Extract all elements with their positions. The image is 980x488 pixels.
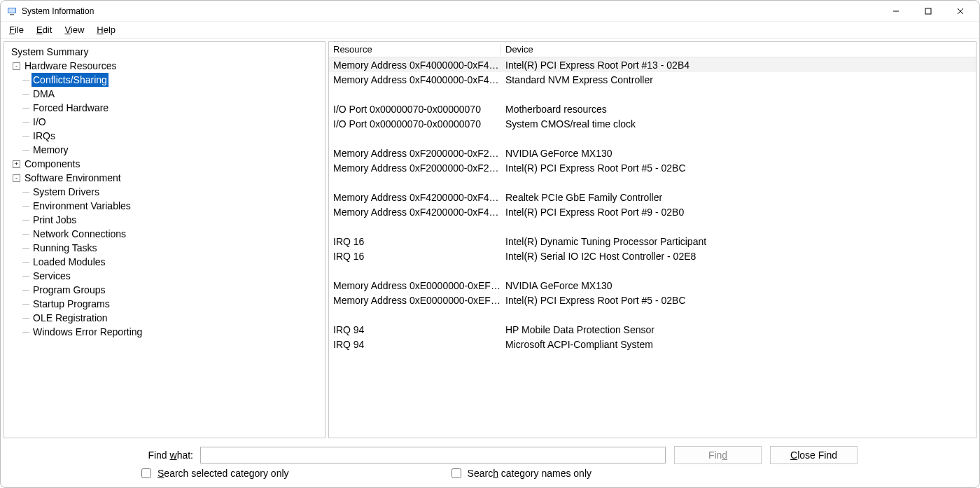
spacer-row bbox=[329, 219, 976, 234]
cell-device: Intel(R) Dynamic Tuning Processor Partic… bbox=[501, 236, 976, 247]
cell-resource: Memory Address 0xF4000000-0xF40FF... bbox=[329, 74, 501, 85]
body: System Summary -Hardware Resources Confl… bbox=[1, 39, 979, 441]
grid-row[interactable]: I/O Port 0x00000070-0x00000070System CMO… bbox=[329, 116, 976, 131]
tree-forced-hardware[interactable]: Forced Hardware bbox=[4, 101, 325, 115]
spacer-row bbox=[329, 131, 976, 146]
tree-windows-error-reporting[interactable]: Windows Error Reporting bbox=[4, 325, 325, 339]
column-resource[interactable]: Resource bbox=[329, 44, 501, 55]
menu-edit[interactable]: Edit bbox=[31, 23, 57, 36]
grid-row[interactable]: Memory Address 0xF4200000-0xF4203...Real… bbox=[329, 190, 976, 204]
tree-network-connections[interactable]: Network Connections bbox=[4, 227, 325, 241]
minimize-button[interactable] bbox=[880, 1, 912, 22]
grid-panel: Resource Device Memory Address 0xF400000… bbox=[328, 41, 976, 438]
cell-device: Standard NVM Express Controller bbox=[501, 74, 976, 85]
tree-program-groups[interactable]: Program Groups bbox=[4, 283, 325, 297]
maximize-button[interactable] bbox=[912, 1, 944, 22]
cell-resource: I/O Port 0x00000070-0x00000070 bbox=[329, 118, 501, 130]
tree-software-environment[interactable]: -Software Environment bbox=[4, 171, 325, 185]
grid-row[interactable]: Memory Address 0xF4000000-0xF40FF...Stan… bbox=[329, 72, 976, 87]
tree-io[interactable]: I/O bbox=[4, 115, 325, 129]
menu-file[interactable]: File bbox=[4, 23, 29, 36]
collapse-icon[interactable]: - bbox=[13, 62, 20, 70]
menu-view[interactable]: View bbox=[59, 23, 90, 36]
cell-resource: Memory Address 0xF4200000-0xF4203... bbox=[329, 207, 501, 218]
grid-row[interactable]: IRQ 16Intel(R) Dynamic Tuning Processor … bbox=[329, 234, 976, 249]
find-input[interactable] bbox=[200, 447, 666, 463]
cell-resource: Memory Address 0xE0000000-0xEFFFF... bbox=[329, 280, 501, 291]
tree-components[interactable]: +Components bbox=[4, 157, 325, 171]
cell-resource: Memory Address 0xF4000000-0xF40FF... bbox=[329, 60, 501, 71]
cell-resource: IRQ 16 bbox=[329, 251, 501, 262]
grid-row[interactable]: IRQ 94HP Mobile Data Protection Sensor bbox=[329, 322, 976, 337]
svg-rect-4 bbox=[925, 8, 931, 14]
menu-help[interactable]: Help bbox=[91, 23, 121, 36]
cell-resource: Memory Address 0xF2000000-0xF2FFF... bbox=[329, 162, 501, 174]
find-button[interactable]: Find bbox=[674, 446, 762, 464]
cell-resource: Memory Address 0xE0000000-0xEFFFF... bbox=[329, 295, 501, 306]
cell-device: Intel(R) PCI Express Root Port #9 - 02B0 bbox=[501, 207, 976, 218]
tree-loaded-modules[interactable]: Loaded Modules bbox=[4, 255, 325, 269]
close-button[interactable] bbox=[944, 1, 976, 22]
tree-ole-registration[interactable]: OLE Registration bbox=[4, 311, 325, 325]
cell-device: Intel(R) PCI Express Root Port #5 - 02BC bbox=[501, 295, 976, 306]
grid-row[interactable]: IRQ 94Microsoft ACPI-Compliant System bbox=[329, 337, 976, 351]
find-what-label: Find what: bbox=[8, 449, 200, 461]
cell-device: System CMOS/real time clock bbox=[501, 118, 976, 130]
find-bar: Find what: Find Close Find Search select… bbox=[1, 441, 979, 487]
cell-resource: Memory Address 0xF4200000-0xF4203... bbox=[329, 192, 501, 203]
cell-device: HP Mobile Data Protection Sensor bbox=[501, 324, 976, 335]
grid-row[interactable]: Memory Address 0xE0000000-0xEFFFF...NVID… bbox=[329, 278, 976, 293]
tree-system-drivers[interactable]: System Drivers bbox=[4, 185, 325, 199]
tree-memory[interactable]: Memory bbox=[4, 143, 325, 157]
cell-device: NVIDIA GeForce MX130 bbox=[501, 148, 976, 159]
grid-body: Memory Address 0xF4000000-0xF40FF...Inte… bbox=[329, 57, 976, 351]
tree-irqs[interactable]: IRQs bbox=[4, 129, 325, 143]
svg-rect-2 bbox=[10, 14, 14, 15]
tree-services[interactable]: Services bbox=[4, 269, 325, 283]
grid-row[interactable]: I/O Port 0x00000070-0x00000070Motherboar… bbox=[329, 102, 976, 116]
collapse-icon[interactable]: - bbox=[13, 174, 20, 182]
grid-header[interactable]: Resource Device bbox=[329, 42, 976, 57]
tree-conflicts-sharing[interactable]: Conflicts/Sharing bbox=[4, 73, 325, 87]
tree[interactable]: System Summary -Hardware Resources Confl… bbox=[4, 45, 325, 339]
cell-resource: IRQ 94 bbox=[329, 324, 501, 335]
grid-row[interactable]: Memory Address 0xF2000000-0xF2FFF...NVID… bbox=[329, 146, 976, 160]
close-find-button[interactable]: Close Find bbox=[770, 446, 858, 464]
window: System Information File Edit View Help S… bbox=[0, 0, 980, 488]
svg-rect-1 bbox=[8, 8, 15, 13]
app-icon bbox=[6, 6, 18, 17]
window-title: System Information bbox=[22, 6, 94, 16]
search-selected-checkbox[interactable]: Search selected category only bbox=[139, 466, 289, 480]
tree-startup-programs[interactable]: Startup Programs bbox=[4, 297, 325, 311]
tree-panel: System Summary -Hardware Resources Confl… bbox=[4, 41, 326, 438]
grid-row[interactable]: Memory Address 0xF2000000-0xF2FFF...Inte… bbox=[329, 160, 976, 175]
cell-device: Realtek PCIe GbE Family Controller bbox=[501, 192, 976, 203]
grid-row[interactable]: Memory Address 0xF4000000-0xF40FF...Inte… bbox=[329, 57, 976, 72]
expand-icon[interactable]: + bbox=[13, 160, 20, 168]
tree-running-tasks[interactable]: Running Tasks bbox=[4, 241, 325, 255]
spacer-row bbox=[329, 175, 976, 190]
tree-print-jobs[interactable]: Print Jobs bbox=[4, 213, 325, 227]
grid: Resource Device Memory Address 0xF400000… bbox=[329, 42, 976, 351]
tree-hardware-resources[interactable]: -Hardware Resources bbox=[4, 59, 325, 73]
tree-environment-variables[interactable]: Environment Variables bbox=[4, 199, 325, 213]
search-names-checkbox[interactable]: Search category names only bbox=[449, 466, 592, 480]
cell-device: Intel(R) Serial IO I2C Host Controller -… bbox=[501, 251, 976, 262]
spacer-row bbox=[329, 307, 976, 322]
cell-device: Intel(R) PCI Express Root Port #5 - 02BC bbox=[501, 162, 976, 174]
spacer-row bbox=[329, 87, 976, 102]
tree-dma[interactable]: DMA bbox=[4, 87, 325, 101]
spacer-row bbox=[329, 263, 976, 278]
menubar: File Edit View Help bbox=[1, 22, 979, 39]
titlebar: System Information bbox=[1, 1, 979, 22]
cell-device: NVIDIA GeForce MX130 bbox=[501, 280, 976, 291]
cell-resource: IRQ 94 bbox=[329, 339, 501, 350]
column-device[interactable]: Device bbox=[501, 44, 976, 55]
tree-system-summary[interactable]: System Summary bbox=[4, 45, 325, 59]
cell-device: Microsoft ACPI-Compliant System bbox=[501, 339, 976, 350]
grid-row[interactable]: Memory Address 0xF4200000-0xF4203...Inte… bbox=[329, 204, 976, 219]
grid-row[interactable]: Memory Address 0xE0000000-0xEFFFF...Inte… bbox=[329, 293, 976, 307]
grid-row[interactable]: IRQ 16Intel(R) Serial IO I2C Host Contro… bbox=[329, 249, 976, 263]
cell-resource: I/O Port 0x00000070-0x00000070 bbox=[329, 104, 501, 115]
cell-resource: Memory Address 0xF2000000-0xF2FFF... bbox=[329, 148, 501, 159]
